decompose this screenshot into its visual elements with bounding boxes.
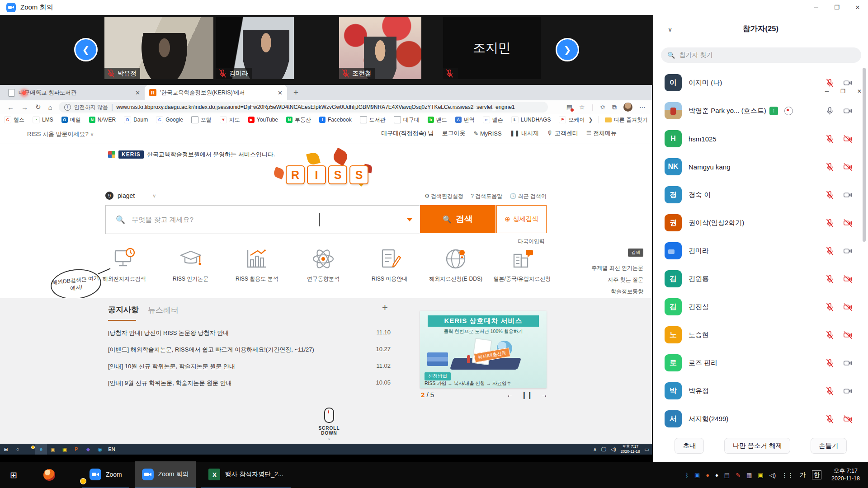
profile-avatar[interactable]: [623, 103, 632, 112]
bookmark-item[interactable]: b밴드: [424, 116, 451, 124]
quick-link-monitor[interactable]: 해외전자자료검색: [95, 246, 154, 283]
shared-taskbar-app-icon[interactable]: ◉: [94, 444, 106, 455]
bookmark-item[interactable]: 포털: [187, 116, 216, 124]
start-button[interactable]: ⊞: [10, 470, 17, 480]
shared-taskbar-app-icon[interactable]: ○: [12, 444, 24, 455]
bookmark-item[interactable]: N부동산: [282, 116, 315, 124]
shared-taskbar-app-icon[interactable]: [24, 444, 35, 455]
tab-newsletter[interactable]: 뉴스레터: [148, 305, 179, 315]
panel-scrollbar[interactable]: [863, 68, 866, 242]
camera-off-icon[interactable]: [842, 330, 854, 340]
camera-off-icon[interactable]: [842, 218, 854, 228]
new-tab-button[interactable]: +: [287, 88, 305, 98]
banner-pause-icon[interactable]: ❙❙: [521, 391, 533, 399]
browser-close-button[interactable]: ✕: [857, 88, 862, 94]
browser-minimize-button[interactable]: ─: [825, 88, 829, 94]
camera-off-icon[interactable]: [842, 302, 854, 312]
keris-banner[interactable]: KERIS 상호대차 서비스 클릭 한번으로 도서관 100% 활용하기 복사/…: [420, 311, 547, 388]
search-setting-link[interactable]: ⚙ 검색환경설정: [425, 192, 463, 200]
video-tile[interactable]: 조현철: [339, 17, 421, 79]
participant-row[interactable]: Hhsm1025: [653, 125, 868, 153]
favorites-bar-icon[interactable]: ✩: [600, 103, 605, 111]
search-input[interactable]: 🔍 무엇을 찾고 계세요?: [105, 205, 420, 234]
bookmark-item[interactable]: ▼지도: [216, 116, 244, 124]
collections-icon[interactable]: ⧉: [612, 103, 617, 111]
tray-volume-icon[interactable]: ◁): [611, 444, 616, 455]
browser-menu-icon[interactable]: ⋯: [639, 103, 646, 111]
bookmark-item[interactable]: 도서관: [356, 116, 390, 124]
participant-row[interactable]: 로로즈 핀리: [653, 349, 868, 377]
tray-icon[interactable]: ▦: [746, 472, 752, 479]
bookmark-item[interactable]: NNAVER: [85, 117, 120, 123]
mic-muted-icon[interactable]: [825, 386, 835, 396]
shared-taskbar-app-icon[interactable]: ▣: [59, 444, 71, 455]
bookmark-item[interactable]: A번역: [451, 116, 479, 124]
back-icon[interactable]: ←: [7, 103, 14, 111]
keyword-dropdown-icon[interactable]: ∨: [152, 193, 156, 199]
notice-row[interactable]: [이벤트] 해외학술지논문, RISS에서 쉽고 빠르게 이용하세요!(기간연장…: [108, 346, 391, 354]
riss-logo[interactable]: RISS: [280, 155, 373, 189]
bookmark-item[interactable]: DDaum: [120, 116, 152, 123]
mic-muted-icon[interactable]: [825, 190, 835, 200]
lang-indicator[interactable]: 가: [800, 471, 806, 479]
bookmark-item[interactable]: 대구대: [390, 116, 424, 124]
invite-button[interactable]: 초대: [675, 438, 704, 454]
tray-icon[interactable]: ▣: [758, 472, 763, 479]
tab-close-icon[interactable]: ✕: [135, 89, 140, 96]
bookmark-item[interactable]: ⚑오케이: [555, 116, 585, 124]
bookmark-item[interactable]: O메일: [57, 116, 85, 124]
banner-next-icon[interactable]: →: [541, 391, 547, 399]
riss-user-link[interactable]: ❚❚ 내서재: [510, 129, 539, 137]
participant-row[interactable]: 김김진실: [653, 293, 868, 321]
side-link[interactable]: 자주 찾는 질문: [591, 276, 643, 284]
advanced-search-button[interactable]: ⊕상세검색: [496, 205, 547, 233]
shared-taskbar-app-icon[interactable]: ▣: [47, 444, 59, 455]
side-link[interactable]: 주제별 최신 인기논문: [591, 264, 643, 272]
reload-icon[interactable]: ↻: [35, 103, 41, 111]
tray-icon[interactable]: ◁): [769, 472, 776, 479]
taskbar-clock[interactable]: 오후 7:17 2020-11-18: [831, 467, 860, 483]
shared-taskbar-app-icon[interactable]: P: [71, 444, 82, 455]
other-bookmarks-folder[interactable]: 다른 즐겨찾기: [601, 116, 652, 124]
participant-row[interactable]: 김미라: [653, 237, 868, 265]
participant-row[interactable]: 노노승현: [653, 321, 868, 349]
mic-muted-icon[interactable]: [825, 274, 835, 284]
notification-icon[interactable]: ▭: [645, 444, 649, 455]
quick-link-chart[interactable]: RISS 활용도 분석: [227, 246, 286, 283]
home-icon[interactable]: ⌂: [48, 103, 52, 111]
bookmark-item[interactable]: ◔LMS: [28, 116, 57, 123]
participant-row[interactable]: 김김원룡: [653, 265, 868, 293]
taskbar-app-excel[interactable]: X행사 참석자명단_2...: [201, 461, 290, 488]
address-bar[interactable]: i 안전하지 않음 | www.riss.kr.libproxy.daegu.a…: [59, 102, 548, 113]
quick-link-building[interactable]: 일본/중국/유럽자료신청: [493, 246, 552, 283]
notice-row[interactable]: [당첨자 안내] 당신이 RISS 논문왕 당첨자 안내11.10: [108, 329, 391, 337]
tray-icon[interactable]: ᛒ: [685, 472, 689, 479]
tab-close-icon[interactable]: ✕: [278, 89, 283, 96]
bookmark-item[interactable]: fFacebook: [315, 117, 356, 123]
participant-row[interactable]: 권권이삭(임상2학기): [653, 209, 868, 237]
riss-user-link[interactable]: 로그아웃: [442, 129, 466, 137]
tray-icon[interactable]: ▤: [724, 472, 730, 479]
keyword-row[interactable]: 9 piaget ∨: [105, 192, 156, 200]
site-info-icon[interactable]: i: [64, 104, 71, 111]
prev-videos-button[interactable]: ❮: [74, 38, 98, 61]
tray-icon[interactable]: ✎: [736, 472, 741, 479]
riss-visit-prompt[interactable]: RISS 처음 방문이세요? ∨: [27, 130, 94, 138]
participant-row[interactable]: NKNamgyu kang: [653, 153, 868, 181]
camera-off-icon[interactable]: [842, 414, 854, 424]
quick-link-atom[interactable]: 연구동향분석: [294, 246, 353, 283]
mic-muted-icon[interactable]: [825, 246, 835, 256]
multilang-input-link[interactable]: 다국어입력: [518, 238, 545, 245]
camera-off-icon[interactable]: [842, 162, 854, 172]
riss-user-link[interactable]: 🎙 고객센터: [547, 129, 578, 137]
camera-on-icon[interactable]: [842, 246, 854, 256]
mic-muted-icon[interactable]: [825, 218, 835, 228]
camera-off-icon[interactable]: [842, 274, 854, 284]
mic-on-icon[interactable]: [825, 106, 835, 116]
shared-taskbar-app-icon[interactable]: e: [35, 444, 47, 455]
riss-user-link[interactable]: ✎ MyRISS: [474, 130, 502, 137]
quick-link-globe[interactable]: 해외자료신청(E-DDS): [426, 246, 485, 283]
tray-icon[interactable]: ⋮⋮: [782, 472, 793, 479]
mic-muted-icon[interactable]: [825, 162, 835, 172]
tab-notices[interactable]: 공지사항: [108, 305, 139, 315]
